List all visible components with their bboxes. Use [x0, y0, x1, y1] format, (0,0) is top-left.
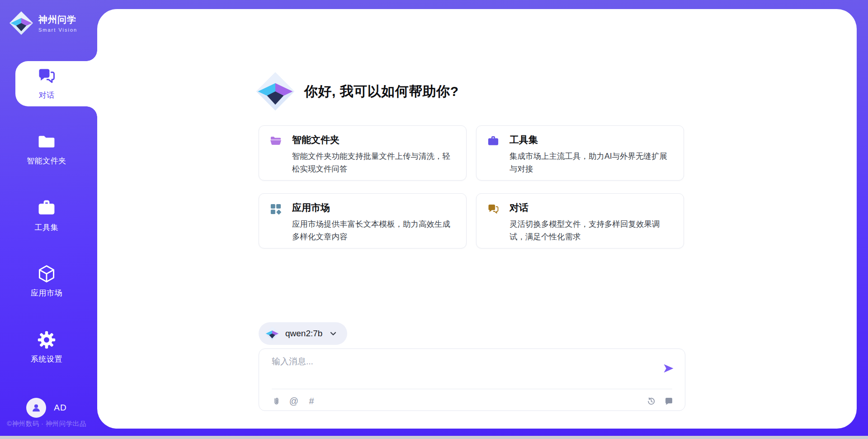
tag-button[interactable]: # — [306, 396, 317, 406]
folder-icon — [37, 132, 57, 152]
paperclip-icon — [272, 396, 281, 406]
composer: @ # — [259, 348, 685, 411]
card-app-market[interactable]: 应用市场 应用市场提供丰富长文本模板，助力高效生成多样化文章内容 — [259, 193, 467, 248]
send-button[interactable] — [661, 362, 676, 376]
person-icon — [30, 402, 42, 414]
model-logo-icon — [265, 326, 279, 341]
history-icon — [646, 396, 656, 406]
card-smart-folder[interactable]: 智能文件夹 智能文件夹功能支持批量文件上传与清洗，轻松实现文件问答 — [259, 125, 467, 181]
assistant-logo-icon — [255, 72, 295, 111]
chevron-down-icon — [328, 329, 338, 339]
card-body: 应用市场 应用市场提供丰富长文本模板，助力高效生成多样化文章内容 — [292, 201, 454, 248]
main-panel: 你好, 我可以如何帮助你? 智能文件夹 智能文件夹功能支持批量文件上传与清洗，轻… — [97, 9, 857, 429]
greeting: 你好, 我可以如何帮助你? — [255, 72, 459, 111]
mention-button[interactable]: @ — [288, 396, 299, 406]
card-chat[interactable]: 对话 灵活切换多模型文件，支持多样回复效果调试，满足个性化需求 — [476, 193, 684, 248]
nav-scoop-top — [86, 50, 97, 61]
toolbox-icon — [37, 198, 57, 218]
card-title: 对话 — [509, 201, 672, 214]
feedback-button[interactable] — [663, 396, 674, 406]
model-name: qwen2:7b — [285, 329, 322, 339]
history-button[interactable] — [646, 396, 656, 406]
user-name: AD — [54, 403, 66, 413]
card-title: 智能文件夹 — [292, 134, 454, 146]
card-body: 智能文件夹 智能文件夹功能支持批量文件上传与清洗，轻松实现文件问答 — [292, 134, 454, 180]
cube-icon — [37, 264, 57, 284]
sidebar-item-label: 工具集 — [35, 222, 59, 233]
sidebar-item-label: 对话 — [39, 90, 55, 100]
card-description: 智能文件夹功能支持批量文件上传与清洗，轻松实现文件问答 — [292, 150, 454, 175]
at-icon: @ — [289, 396, 298, 406]
sidebar: 神州问学 Smart Vision 对话 智能文件夹 工具集 应用市场 系统设置 — [0, 0, 97, 439]
message-input[interactable] — [272, 357, 656, 367]
model-selector[interactable]: qwen2:7b — [259, 322, 347, 345]
chat-icon — [37, 66, 57, 86]
card-description: 集成市场上主流工具，助力AI与外界无缝扩展与对接 — [509, 150, 672, 175]
card-body: 工具集 集成市场上主流工具，助力AI与外界无缝扩展与对接 — [509, 134, 672, 180]
nav-scoop-bottom — [86, 106, 97, 117]
hash-icon: # — [309, 396, 314, 406]
card-description: 应用市场提供丰富长文本模板，助力高效生成多样化文章内容 — [292, 218, 454, 243]
composer-toolbar: @ # — [271, 394, 674, 408]
sidebar-footer: ©神州数码 · 神州问学出品 — [0, 420, 93, 428]
card-body: 对话 灵活切换多模型文件，支持多样回复效果调试，满足个性化需求 — [509, 201, 672, 248]
sidebar-item-label: 系统设置 — [31, 354, 62, 364]
gear-icon — [37, 330, 57, 350]
attach-button[interactable] — [271, 396, 282, 406]
toolbox-icon — [487, 135, 500, 148]
sidebar-item-label: 智能文件夹 — [27, 156, 66, 166]
brand-name: 神州问学 — [38, 14, 77, 26]
brand-text: 神州问学 Smart Vision — [38, 14, 77, 33]
card-title: 工具集 — [509, 134, 672, 146]
chat-icon — [487, 203, 500, 215]
feature-cards: 智能文件夹 智能文件夹功能支持批量文件上传与清洗，轻松实现文件问答 工具集 集成… — [259, 125, 685, 248]
app-grid-icon — [269, 203, 282, 215]
sidebar-item-settings[interactable]: 系统设置 — [0, 330, 93, 364]
user-profile[interactable]: AD — [0, 398, 93, 418]
sidebar-item-toolset[interactable]: 工具集 — [0, 198, 93, 233]
brand-logo-icon — [9, 11, 33, 35]
avatar — [26, 398, 46, 418]
card-title: 应用市场 — [292, 201, 454, 214]
sidebar-item-label: 应用市场 — [31, 288, 62, 298]
message-bubble-icon — [664, 396, 674, 406]
card-toolset[interactable]: 工具集 集成市场上主流工具，助力AI与外界无缝扩展与对接 — [476, 125, 684, 181]
sidebar-item-chat[interactable]: 对话 — [0, 66, 93, 100]
app-root: 神州问学 Smart Vision 对话 智能文件夹 工具集 应用市场 系统设置 — [0, 0, 868, 439]
send-icon — [662, 362, 675, 375]
card-description: 灵活切换多模型文件，支持多样回复效果调试，满足个性化需求 — [509, 218, 672, 243]
greeting-text: 你好, 我可以如何帮助你? — [304, 82, 459, 101]
sidebar-item-smart-folder[interactable]: 智能文件夹 — [0, 132, 93, 166]
folder-open-icon — [269, 135, 282, 148]
composer-divider — [272, 389, 672, 389]
brand-subtitle: Smart Vision — [38, 27, 77, 33]
bottom-strip — [0, 436, 868, 439]
sidebar-item-app-market[interactable]: 应用市场 — [0, 264, 93, 298]
brand: 神州问学 Smart Vision — [9, 11, 77, 35]
